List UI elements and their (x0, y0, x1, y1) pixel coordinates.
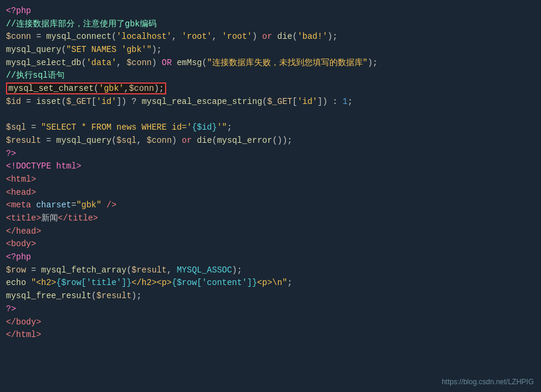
code-line-26: </html> (6, 329, 535, 342)
code-line-9 (6, 109, 535, 122)
code-line-8: $id = isset($_GET['id']) ? mysql_real_es… (6, 96, 535, 109)
code-line-16: <meta charset="gbk" /> (6, 199, 535, 212)
code-line-23: mysql_free_result($result); (6, 290, 535, 303)
code-line-11: $result = mysql_query($sql, $conn) or di… (6, 134, 535, 148)
code-line-13: <!DOCTYPE html> (6, 160, 535, 173)
code-line-24: ?> (6, 303, 535, 316)
code-line-10: $sql = "SELECT * FROM news WHERE id='{$i… (6, 121, 535, 134)
code-line-2: //连接数据库部分，注意使用了gbk编码 (6, 18, 535, 31)
code-line-4: mysql_query("SET NAMES 'gbk'"); (6, 44, 535, 57)
code-line-25: </body> (6, 316, 535, 329)
code-line-7: mysql_set_charset('gbk',$conn); (6, 82, 535, 96)
code-line-1: <?php (6, 5, 535, 18)
code-line-19: <body> (6, 238, 535, 251)
code-line-5: mysql_select_db('data', $conn) OR emMsg(… (6, 57, 535, 70)
code-line-14: <html> (6, 173, 535, 186)
code-line-15: <head> (6, 186, 535, 200)
code-line-17: <title>新闻</title> (6, 212, 535, 225)
watermark: https://blog.csdn.net/LZHPIG (442, 378, 534, 386)
code-editor: <?php //连接数据库部分，注意使用了gbk编码 $conn = mysql… (0, 0, 541, 392)
code-line-3: $conn = mysql_connect('localhost', 'root… (6, 30, 535, 44)
code-line-18: </head> (6, 225, 535, 238)
code-line-20: <?php (6, 251, 535, 264)
code-line-21: $row = mysql_fetch_array($result, MYSQL_… (6, 264, 535, 277)
code-line-12: ?> (6, 148, 535, 161)
code-line-22: echo "<h2>{$row['title']}</h2><p>{$row['… (6, 277, 535, 290)
code-line-6: //执行sql语句 (6, 69, 535, 82)
